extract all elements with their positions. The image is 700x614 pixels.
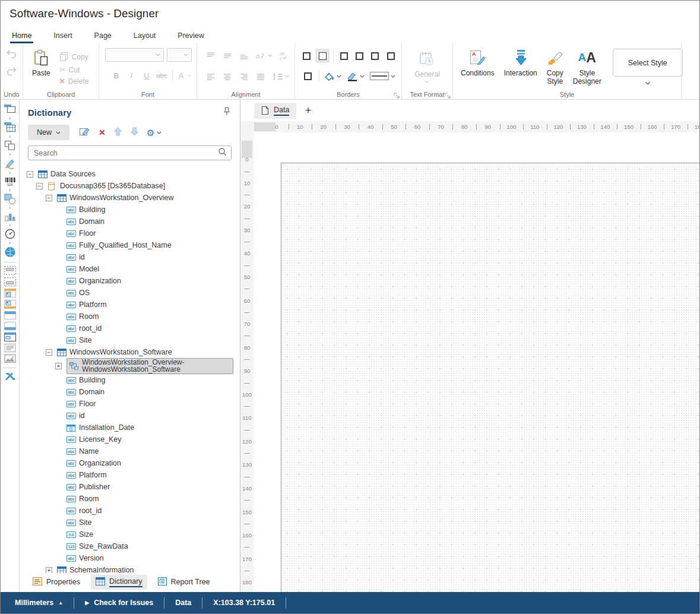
text-icon[interactable]: [4, 343, 16, 353]
tree-item[interactable]: abcid: [20, 410, 240, 422]
edit-icon[interactable]: [80, 126, 91, 138]
border-left-button[interactable]: [368, 49, 382, 63]
tree-item[interactable]: abcLicense_Key: [20, 433, 240, 445]
chart-icon[interactable]: ›: [4, 211, 16, 227]
font-color-button[interactable]: A: [177, 71, 186, 80]
tree-item[interactable]: 123Size_RawData: [20, 540, 240, 552]
image-icon[interactable]: [4, 354, 16, 363]
tree-item[interactable]: abcVersion: [20, 552, 240, 564]
bold-button[interactable]: B: [110, 71, 122, 80]
panel-tab-report-tree[interactable]: Report Tree: [153, 575, 215, 590]
tree-item[interactable]: abcModel: [20, 263, 240, 275]
tree-item[interactable]: abcDomain: [20, 386, 240, 398]
ribbon-tab-home[interactable]: Home: [10, 31, 33, 43]
copy-style-button[interactable]: Copy Style: [544, 47, 566, 87]
strikethrough-button[interactable]: abc: [155, 72, 167, 79]
tree-item[interactable]: abcSite: [20, 517, 240, 528]
align-top-button[interactable]: [204, 49, 218, 62]
tree-item[interactable]: abcBuilding: [20, 204, 240, 216]
report-title-band-icon[interactable]: [4, 265, 17, 276]
delete-item-icon[interactable]: ✕: [99, 128, 106, 137]
shape-icon[interactable]: ›: [4, 194, 16, 210]
font-family-select[interactable]: [105, 48, 164, 62]
cut-button[interactable]: ✂ Cut: [59, 66, 89, 74]
report-summary-band-icon[interactable]: [4, 277, 17, 287]
ribbon-tab-preview[interactable]: Preview: [176, 31, 205, 43]
tree-item[interactable]: −Docusnap365 [Ds365Database]: [20, 180, 240, 192]
tree-item[interactable]: abcroot_id: [20, 322, 240, 334]
underline-button[interactable]: U: [140, 71, 153, 80]
tree-expand-toggle[interactable]: +: [46, 567, 52, 574]
fill-color-button[interactable]: [323, 71, 341, 81]
header-band-icon[interactable]: [4, 311, 17, 320]
italic-button[interactable]: I: [125, 71, 137, 80]
tree-item[interactable]: −Data Sources: [20, 168, 240, 180]
tree-expand-toggle[interactable]: +: [55, 363, 62, 369]
units-dropdown[interactable]: Millimeters ▲: [12, 599, 65, 607]
chevron-down-icon[interactable]: [645, 81, 651, 85]
redo-icon[interactable]: [6, 67, 17, 78]
tree-item[interactable]: 0.0Size: [20, 528, 240, 540]
border-all-button[interactable]: [300, 49, 313, 63]
barcode-icon[interactable]: 123›: [4, 176, 16, 192]
tree-item[interactable]: −WindowsWorkstation_Overview: [20, 192, 240, 204]
page-header-band-icon[interactable]: [4, 288, 17, 298]
current-page-indicator[interactable]: Data: [173, 599, 194, 607]
tree-item[interactable]: abcPublisher: [20, 481, 240, 493]
align-bottom-button[interactable]: [237, 49, 251, 62]
tree-item[interactable]: abcPlatform: [20, 469, 240, 481]
font-size-select[interactable]: [167, 48, 192, 62]
tree-collapse-toggle[interactable]: −: [27, 171, 33, 178]
paste-button[interactable]: Paste: [29, 47, 53, 90]
ribbon-tab-layout[interactable]: Layout: [132, 31, 158, 43]
tree-item[interactable]: Installation_Date: [20, 422, 240, 433]
line-spacing-button[interactable]: [271, 70, 291, 83]
tree-collapse-toggle[interactable]: −: [36, 183, 43, 189]
check-for-issues-button[interactable]: ▶ Check for Issues: [83, 599, 156, 607]
tree-item[interactable]: abcFloor: [20, 398, 240, 410]
tree-item[interactable]: abcOS: [20, 287, 240, 299]
tree-item[interactable]: +WindowsWorkstation_Overview-WindowsWork…: [20, 358, 240, 374]
tree-item[interactable]: abcFully_Qualified_Host_Name: [20, 239, 240, 251]
undo-icon[interactable]: [6, 49, 17, 61]
data-band-icon[interactable]: ›: [4, 122, 17, 139]
word-wrap-button[interactable]: abc: [277, 49, 291, 62]
copy-button[interactable]: Copy: [59, 52, 89, 63]
panel-icon[interactable]: [4, 332, 17, 342]
align-right-button[interactable]: [237, 70, 251, 83]
panel-tab-dictionary[interactable]: Dictionary: [91, 575, 147, 590]
tree-item[interactable]: −WindowsWorkstation_Software: [20, 346, 240, 358]
tree-item[interactable]: abcDomain: [20, 216, 240, 227]
tree-item[interactable]: abcRoom: [20, 311, 240, 322]
tree-item[interactable]: abcFloor: [20, 227, 240, 239]
page-footer-band-icon[interactable]: [4, 299, 17, 309]
tree-item[interactable]: abcOrganization: [20, 457, 240, 469]
border-color-button[interactable]: [347, 71, 365, 81]
delete-button[interactable]: ✕ Delete: [59, 77, 89, 86]
move-up-icon[interactable]: [113, 127, 122, 138]
tree-item[interactable]: +SchemaInformation: [20, 564, 240, 573]
ribbon-tab-insert[interactable]: Insert: [52, 31, 74, 43]
text-format-general-button[interactable]: General: [411, 48, 443, 85]
tree-item[interactable]: abcOrganization: [20, 275, 240, 287]
band-icon[interactable]: ›: [4, 103, 17, 121]
style-designer-button[interactable]: AA Style Designer: [570, 47, 604, 87]
tools-icon[interactable]: [4, 371, 16, 382]
tree-item[interactable]: abcPlatform: [20, 299, 240, 311]
align-left-button[interactable]: [204, 70, 218, 83]
ribbon-tab-page[interactable]: Page: [93, 31, 113, 43]
tree-item[interactable]: abcRoom: [20, 493, 240, 505]
tree-item[interactable]: abcName: [20, 445, 240, 457]
tree-item[interactable]: abcSite: [20, 334, 240, 346]
tree-item[interactable]: abcroot_id: [20, 505, 240, 517]
tree-collapse-toggle[interactable]: −: [46, 195, 52, 201]
border-outside-button[interactable]: [300, 69, 315, 83]
chevron-down-icon[interactable]: [188, 74, 192, 77]
add-page-button[interactable]: +: [305, 105, 311, 116]
tree-collapse-toggle[interactable]: −: [46, 349, 52, 356]
settings-gear-icon[interactable]: ⚙: [147, 128, 161, 137]
move-down-icon[interactable]: [130, 127, 139, 138]
border-bottom-button[interactable]: [353, 49, 366, 63]
footer-band-icon[interactable]: [4, 321, 17, 331]
page-tab-data[interactable]: Data: [254, 103, 296, 119]
